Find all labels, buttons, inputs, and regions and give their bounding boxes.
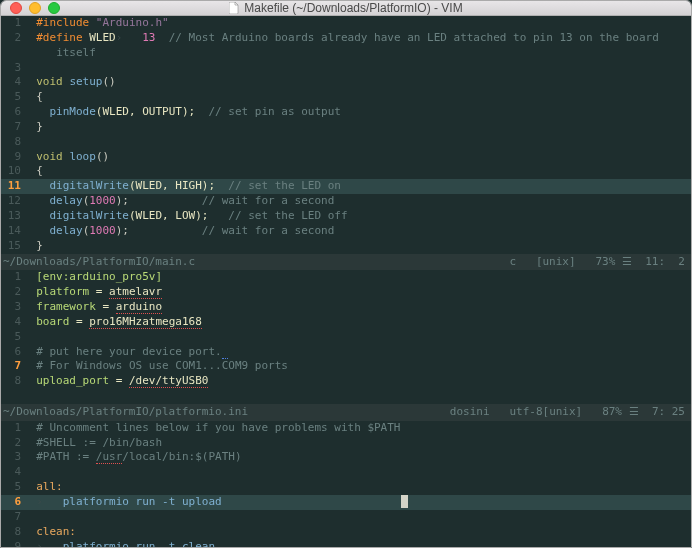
pane-platformio-ini[interactable]: 1 [env:arduino_pro5v] 2 platform = atmel… — [1, 270, 691, 404]
pane-main-c[interactable]: 1 #include "Arduino.h" 2 #define WLED› 1… — [1, 16, 691, 254]
pane-status-main-c: ~/Downloads/PlatformIO/main.c c [unix] 7… — [1, 254, 691, 271]
window-title: Makefile (~/Downloads/PlatformIO) - VIM — [229, 1, 462, 15]
maximize-button[interactable] — [48, 2, 60, 14]
window-title-text: Makefile (~/Downloads/PlatformIO) - VIM — [244, 1, 462, 15]
close-button[interactable] — [10, 2, 22, 14]
minimize-button[interactable] — [29, 2, 41, 14]
code-text: #include — [36, 16, 89, 29]
cursor — [401, 495, 408, 508]
vim-window: Makefile (~/Downloads/PlatformIO) - VIM … — [0, 0, 692, 548]
document-icon — [229, 2, 239, 14]
titlebar[interactable]: Makefile (~/Downloads/PlatformIO) - VIM — [1, 1, 691, 16]
pane-status-platformio-ini: ~/Downloads/PlatformIO/platformio.ini do… — [1, 404, 691, 421]
pane-makefile[interactable]: 1 # Uncomment lines below if you have pr… — [1, 421, 691, 548]
editor-area[interactable]: 1 #include "Arduino.h" 2 #define WLED› 1… — [1, 16, 691, 548]
